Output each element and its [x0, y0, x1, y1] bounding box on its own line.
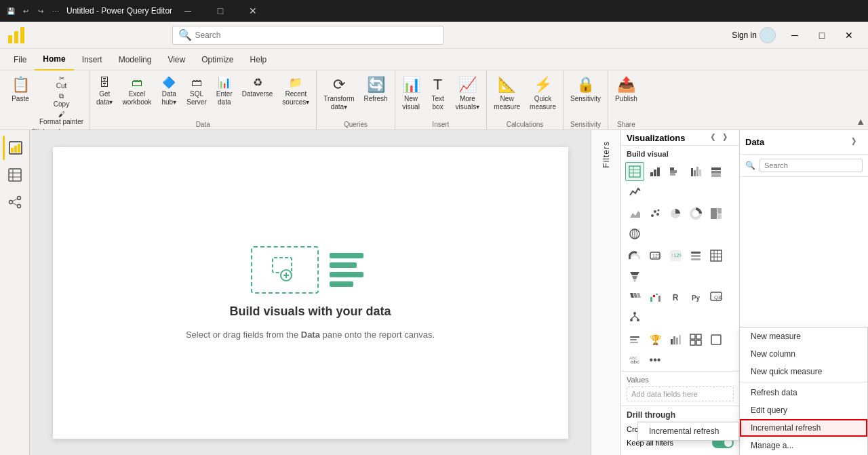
- viz-type-decomp[interactable]: [625, 309, 644, 328]
- context-new-quick-measure[interactable]: New quick measure: [740, 363, 867, 380]
- excel-workbook-btn[interactable]: 🗃 Excelworkbook: [119, 73, 156, 109]
- tab-file[interactable]: File: [5, 49, 35, 71]
- more-visuals-icon: 📈: [458, 76, 477, 94]
- viz-type-smart-narrative[interactable]: [625, 330, 644, 349]
- quick-measure-btn[interactable]: ⚡ Quickmeasure: [526, 73, 560, 114]
- title-bar-menu-icon[interactable]: ⋯: [50, 5, 61, 16]
- viz-type-table[interactable]: [625, 162, 644, 181]
- viz-expand-icon[interactable]: 》: [720, 131, 734, 144]
- viz-type-more[interactable]: •••: [646, 351, 665, 370]
- cut-btn[interactable]: ✂ Cut: [37, 73, 86, 91]
- text-box-btn[interactable]: T Textbox: [426, 73, 450, 114]
- refresh-btn[interactable]: 🔄 Refresh: [360, 73, 392, 106]
- tab-optimize[interactable]: Optimize: [193, 49, 241, 71]
- viz-type-card[interactable]: 123: [646, 246, 665, 265]
- viz-type-r[interactable]: R: [666, 288, 685, 307]
- data-search-input[interactable]: [760, 159, 863, 172]
- publish-btn[interactable]: 📤 Publish: [611, 73, 642, 106]
- data-view-icon[interactable]: [3, 163, 27, 187]
- title-bar-undo-icon[interactable]: ↩: [20, 5, 31, 16]
- viz-type-map[interactable]: [625, 224, 644, 243]
- viz-panel-header: Visualizations 《 》: [621, 130, 739, 146]
- data-panel-header: Data 》: [740, 130, 868, 155]
- paste-btn[interactable]: 📋 Paste: [5, 73, 35, 106]
- title-close-btn[interactable]: ✕: [237, 0, 269, 22]
- add-data-fields[interactable]: Add data fields here: [627, 387, 734, 401]
- title-minimize-btn[interactable]: ─: [172, 0, 203, 22]
- viz-type-grid[interactable]: [686, 330, 705, 349]
- context-manage[interactable]: Manage a...: [740, 437, 867, 454]
- svg-point-40: [656, 213, 659, 216]
- title-bar-redo-icon[interactable]: ↪: [35, 5, 46, 16]
- app-search-bar[interactable]: 🔍: [172, 26, 443, 45]
- sensitivity-btn[interactable]: 🔒 Sensitivity: [566, 73, 605, 106]
- minimize-btn[interactable]: ─: [781, 25, 808, 45]
- viz-type-qna[interactable]: Q&A: [707, 288, 726, 307]
- tab-modeling[interactable]: Modeling: [111, 49, 160, 71]
- new-visual-btn[interactable]: 📊 Newvisual: [398, 73, 425, 114]
- viz-type-waterfall[interactable]: [646, 288, 665, 307]
- get-data-btn[interactable]: 🗄 Getdata▾: [92, 73, 117, 109]
- viz-type-python[interactable]: Py: [686, 288, 705, 307]
- context-incremental-refresh[interactable]: Incremental refresh: [740, 419, 867, 437]
- viz-type-gauge[interactable]: [625, 246, 644, 265]
- viz-type-line[interactable]: [625, 182, 644, 201]
- viz-type-slicer[interactable]: [686, 246, 705, 265]
- enter-data-btn[interactable]: 📊 Enterdata: [212, 73, 237, 109]
- svg-rect-88: [696, 334, 701, 339]
- svg-rect-20: [629, 166, 640, 177]
- dataverse-icon: ♻: [253, 76, 262, 89]
- context-new-column[interactable]: New column: [740, 345, 867, 363]
- new-measure-ribbon-btn[interactable]: 📐 Newmeasure: [490, 73, 524, 114]
- dataverse-btn[interactable]: ♻ Dataverse: [238, 73, 277, 101]
- data-hub-btn[interactable]: 🔷 Datahub▾: [157, 73, 181, 109]
- search-input[interactable]: [195, 31, 437, 40]
- close-btn[interactable]: ✕: [835, 25, 863, 45]
- tab-home[interactable]: Home: [35, 49, 73, 71]
- viz-type-funnel[interactable]: [625, 266, 644, 285]
- left-panel: [0, 130, 30, 455]
- tab-help[interactable]: Help: [242, 49, 275, 71]
- context-edit-query[interactable]: Edit query: [740, 401, 867, 419]
- svg-rect-85: [676, 338, 678, 344]
- viz-type-100pct-bar[interactable]: [707, 162, 726, 181]
- viz-type-matrix[interactable]: [707, 246, 726, 265]
- viz-type-shapes[interactable]: [707, 330, 726, 349]
- tab-insert[interactable]: Insert: [74, 49, 111, 71]
- title-maximize-btn[interactable]: □: [205, 0, 236, 22]
- sign-in-button[interactable]: Sign in: [732, 27, 776, 43]
- transform-data-btn[interactable]: ⟳ Transformdata▾: [319, 73, 358, 114]
- more-visuals-btn[interactable]: 📈 Morevisuals▾: [452, 73, 484, 114]
- recent-sources-btn[interactable]: 📁 Recentsources▾: [278, 73, 313, 109]
- title-bar-save-icon[interactable]: 💾: [5, 5, 16, 16]
- context-refresh-data[interactable]: Refresh data: [740, 384, 867, 401]
- sql-server-btn[interactable]: 🗃 SQLServer: [182, 73, 210, 109]
- viz-type-stacked-bar[interactable]: [666, 162, 685, 181]
- viz-type-ribbon[interactable]: [625, 288, 644, 307]
- viz-type-area[interactable]: [625, 204, 644, 223]
- data-panel-expand-icon[interactable]: 》: [849, 136, 863, 149]
- viz-collapse-icon[interactable]: 《: [704, 131, 717, 144]
- report-view-icon[interactable]: [3, 136, 27, 160]
- format-painter-btn[interactable]: 🖌 Format painter: [37, 109, 86, 127]
- ribbon-collapse-btn[interactable]: ▲: [856, 116, 865, 127]
- context-new-measure[interactable]: New measure: [740, 328, 867, 345]
- copy-btn[interactable]: ⧉ Copy: [37, 91, 86, 109]
- viz-type-pie[interactable]: [666, 204, 685, 223]
- viz-type-kpi[interactable]: ↑12%: [666, 246, 685, 265]
- viz-type-treemap[interactable]: [707, 204, 726, 223]
- tab-view[interactable]: View: [159, 49, 193, 71]
- svg-point-12: [17, 197, 20, 200]
- viz-type-clustered-col[interactable]: [666, 330, 685, 349]
- viz-type-trophy[interactable]: 🏆: [646, 330, 665, 349]
- maximize-btn[interactable]: □: [808, 25, 835, 45]
- viz-type-wordcloud[interactable]: ABCabc: [625, 351, 644, 370]
- model-view-icon[interactable]: [3, 190, 27, 214]
- data-group: 🗄 Getdata▾ 🗃 Excelworkbook 🔷 Datahub▾ 🗃 …: [90, 71, 317, 130]
- viz-type-clustered-bar[interactable]: [686, 162, 705, 181]
- viz-type-donut[interactable]: [686, 204, 705, 223]
- app-bar-right: Sign in ─ □ ✕: [732, 25, 863, 45]
- viz-type-bar-chart[interactable]: [646, 162, 665, 181]
- viz-type-scatter[interactable]: [646, 204, 665, 223]
- submenu-incremental-refresh[interactable]: Incremental refresh: [638, 422, 738, 440]
